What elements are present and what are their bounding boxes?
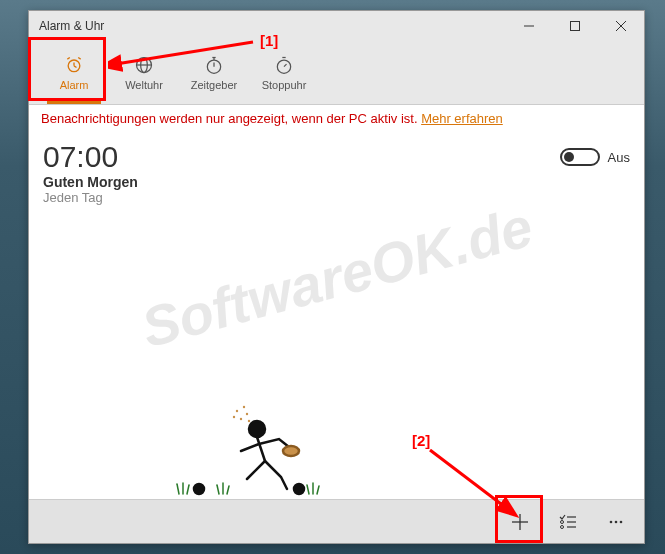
- ellipsis-icon: [607, 513, 625, 531]
- maximize-button[interactable]: [552, 11, 598, 41]
- window-controls: [506, 11, 644, 41]
- learn-more-link[interactable]: Mehr erfahren: [421, 111, 503, 126]
- tab-worldclock[interactable]: Weltuhr: [109, 41, 179, 104]
- svg-point-28: [620, 520, 623, 523]
- tab-label: Alarm: [60, 79, 89, 91]
- plus-icon: [511, 513, 529, 531]
- svg-rect-1: [571, 22, 580, 31]
- svg-point-26: [610, 520, 613, 523]
- tab-label: Zeitgeber: [191, 79, 237, 91]
- svg-point-25: [561, 525, 564, 528]
- notification-banner: Benachrichtigungen werden nur angezeigt,…: [29, 105, 644, 132]
- globe-icon: [134, 55, 154, 75]
- alarm-toggle-group: Aus: [560, 148, 630, 166]
- svg-line-7: [67, 57, 70, 59]
- toggle-switch[interactable]: [560, 148, 600, 166]
- add-alarm-button[interactable]: [496, 500, 544, 544]
- titlebar: Alarm & Uhr: [29, 11, 644, 41]
- alarm-item[interactable]: 07:00 Guten Morgen Jeden Tag Aus: [43, 142, 630, 205]
- app-window: Alarm & Uhr Alarm Weltuhr: [28, 10, 645, 544]
- svg-line-8: [78, 57, 81, 59]
- svg-point-27: [615, 520, 618, 523]
- window-title: Alarm & Uhr: [39, 19, 506, 33]
- alarm-time: 07:00: [43, 142, 560, 172]
- select-alarms-button[interactable]: [544, 500, 592, 544]
- content-area: 07:00 Guten Morgen Jeden Tag Aus: [29, 132, 644, 499]
- alarm-repeat: Jeden Tag: [43, 190, 560, 205]
- svg-line-6: [74, 65, 77, 67]
- close-button[interactable]: [598, 11, 644, 41]
- alarm-name: Guten Morgen: [43, 174, 560, 190]
- minimize-button[interactable]: [506, 11, 552, 41]
- tab-label: Stoppuhr: [262, 79, 307, 91]
- timer-icon: [204, 55, 224, 75]
- tab-timer[interactable]: Zeitgeber: [179, 41, 249, 104]
- alarm-clock-icon: [64, 55, 84, 75]
- svg-point-16: [277, 60, 290, 73]
- banner-text: Benachrichtigungen werden nur angezeigt,…: [41, 111, 421, 126]
- list-check-icon: [559, 513, 577, 531]
- svg-line-17: [284, 64, 287, 66]
- toggle-knob: [564, 152, 574, 162]
- more-options-button[interactable]: [592, 500, 640, 544]
- stopwatch-icon: [274, 55, 294, 75]
- toggle-label: Aus: [608, 150, 630, 165]
- tab-alarm[interactable]: Alarm: [39, 41, 109, 104]
- tab-stopwatch[interactable]: Stoppuhr: [249, 41, 319, 104]
- tab-bar: Alarm Weltuhr Zeitgeber Stoppuhr: [29, 41, 644, 105]
- bottom-toolbar: [29, 499, 644, 543]
- svg-point-12: [207, 60, 220, 73]
- alarm-info: 07:00 Guten Morgen Jeden Tag: [43, 142, 560, 205]
- svg-point-24: [561, 520, 564, 523]
- tab-label: Weltuhr: [125, 79, 163, 91]
